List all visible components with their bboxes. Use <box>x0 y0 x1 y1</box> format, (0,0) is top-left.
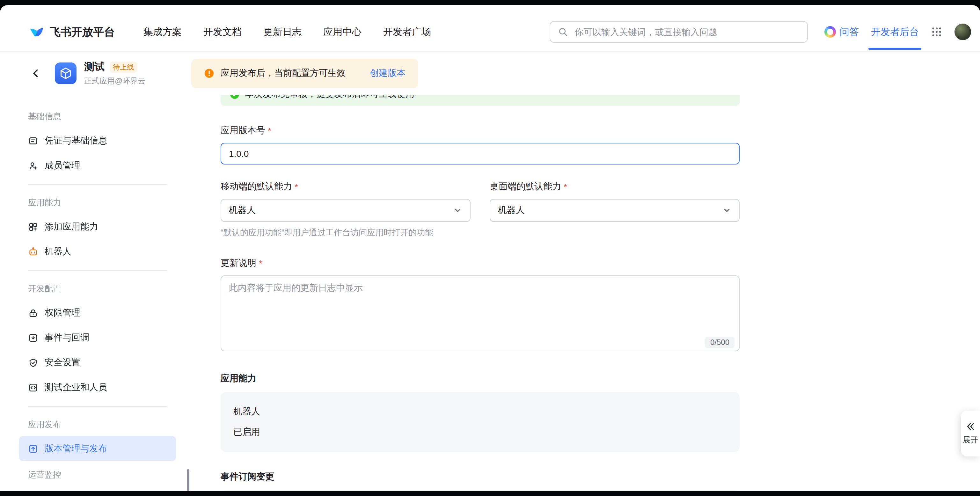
version-input[interactable] <box>221 143 740 164</box>
event-callback-icon <box>28 332 38 343</box>
main-panel: 本次发布免审核，提交发布后即可上线使用 应用版本号 * 移动端的默认能力 * <box>191 95 980 491</box>
capability-hint: “默认的应用功能”即用户通过工作台访问应用时打开的功能 <box>221 227 740 238</box>
app-window: 飞书开放平台 集成方案 开发文档 更新日志 应用中心 开发者广场 <box>0 5 980 491</box>
capability-section-title: 应用能力 <box>221 373 740 385</box>
required-mark: * <box>564 182 567 192</box>
search-icon <box>558 27 568 37</box>
sidebar-item-label: 事件与回调 <box>45 332 89 343</box>
logo-text: 飞书开放平台 <box>50 25 115 39</box>
desktop-capability-select[interactable]: 机器人 <box>490 199 740 222</box>
qa-label: 问答 <box>840 26 859 38</box>
capability-summary-box: 机器人 已启用 <box>221 392 740 452</box>
robot-icon <box>28 246 38 257</box>
browser-viewport: 飞书开放平台 集成方案 开发文档 更新日志 应用中心 开发者广场 <box>0 5 980 496</box>
qa-button[interactable]: 问答 <box>824 26 859 38</box>
sidebar-item-events-callbacks[interactable]: 事件与回调 <box>19 325 176 350</box>
sidebar-item-bot[interactable]: 机器人 <box>19 239 176 264</box>
sidebar-item-label: 版本管理与发布 <box>45 443 107 454</box>
feishu-logo[interactable]: 飞书开放平台 <box>28 24 115 40</box>
app-cube-icon <box>55 62 76 84</box>
select-value: 机器人 <box>498 205 525 216</box>
version-form: 本次发布免审核，提交发布后即可上线使用 应用版本号 * 移动端的默认能力 * <box>221 95 740 491</box>
sidebar-divider <box>28 406 167 407</box>
security-icon <box>28 357 38 367</box>
capability-name: 机器人 <box>233 406 727 418</box>
app-subtitle: 正式应用@环界云 <box>84 76 156 86</box>
sidebar-item-permissions[interactable]: 权限管理 <box>19 300 176 325</box>
required-mark: * <box>294 182 298 192</box>
nav-item-docs[interactable]: 开发文档 <box>204 26 242 38</box>
sidebar-item-label: 机器人 <box>45 246 72 257</box>
success-check-icon <box>229 95 240 99</box>
event-subscription-box <box>221 490 740 491</box>
permission-icon <box>28 308 38 318</box>
top-header: 飞书开放平台 集成方案 开发文档 更新日志 应用中心 开发者广场 <box>0 5 980 52</box>
sidebar-item-version-release[interactable]: 版本管理与发布 <box>19 436 176 461</box>
sidebar-item-security[interactable]: 安全设置 <box>19 350 176 375</box>
sidebar-divider <box>28 270 167 271</box>
sidebar-section-dev-config: 开发配置 <box>19 277 176 300</box>
apps-grid-icon[interactable] <box>931 26 942 38</box>
add-capability-icon <box>28 221 38 232</box>
tab-developer-console[interactable]: 开发者后台 <box>871 26 919 38</box>
sidebar-item-label: 添加应用能力 <box>45 221 98 232</box>
select-value: 机器人 <box>229 205 256 216</box>
nav-item-dev-marketplace[interactable]: 开发者广场 <box>383 26 431 38</box>
chevron-down-icon <box>453 206 462 215</box>
sidebar-section-release: 应用发布 <box>19 413 176 436</box>
sidebar-item-credentials[interactable]: 凭证与基础信息 <box>19 128 176 153</box>
sidebar-item-label: 凭证与基础信息 <box>45 135 107 146</box>
status-badge: 待上线 <box>110 62 137 72</box>
search-input[interactable] <box>573 26 800 38</box>
sidebar-scrollbar-thumb[interactable] <box>187 469 189 491</box>
credential-icon <box>28 135 38 146</box>
warning-icon <box>204 68 214 78</box>
sidebar-item-members[interactable]: 成员管理 <box>19 153 176 178</box>
expand-label: 展开 <box>963 434 978 445</box>
review-free-banner: 本次发布免审核，提交发布后即可上线使用 <box>221 95 740 106</box>
content-area: 基础信息 凭证与基础信息 <box>0 95 980 491</box>
sidebar-section-operations: 运营监控 <box>19 464 176 486</box>
nav-item-changelog[interactable]: 更新日志 <box>263 26 302 38</box>
sidebar-section-capabilities: 应用能力 <box>19 191 176 214</box>
app-name: 测试 <box>84 60 105 74</box>
expand-panel-button[interactable]: 展开 <box>961 410 980 456</box>
event-section-title: 事件订阅变更 <box>221 471 740 483</box>
char-counter: 0/500 <box>705 337 735 348</box>
primary-nav: 集成方案 开发文档 更新日志 应用中心 开发者广场 <box>143 26 431 38</box>
version-field-label: 应用版本号 * <box>221 125 740 137</box>
mobile-capability-select[interactable]: 机器人 <box>221 199 471 222</box>
sidebar: 基础信息 凭证与基础信息 <box>0 95 191 491</box>
update-notes-label: 更新说明 * <box>221 258 740 269</box>
feishu-logo-icon <box>28 24 45 40</box>
publish-notice-banner: 应用发布后，当前配置方可生效 创建版本 <box>191 59 418 88</box>
avatar[interactable] <box>955 24 971 40</box>
version-release-icon <box>28 444 38 454</box>
sidebar-item-label: 安全设置 <box>45 357 80 368</box>
back-chevron-icon[interactable] <box>30 68 41 78</box>
sidebar-item-add-capability[interactable]: 添加应用能力 <box>19 214 176 239</box>
nav-item-app-center[interactable]: 应用中心 <box>323 26 361 38</box>
banner-text: 本次发布免审核，提交发布后即可上线使用 <box>245 95 414 100</box>
header-right-cluster: 问答 开发者后台 <box>824 24 971 40</box>
chevron-down-icon <box>722 206 731 215</box>
sidebar-section-basic-info: 基础信息 <box>19 105 176 128</box>
sidebar-item-label: 权限管理 <box>45 307 80 318</box>
members-icon <box>28 161 38 170</box>
create-version-link[interactable]: 创建版本 <box>370 68 406 79</box>
global-search[interactable] <box>550 21 808 43</box>
mobile-capability-label: 移动端的默认能力 * <box>221 181 471 192</box>
collapse-double-chevron-icon <box>966 422 975 431</box>
qa-colorwheel-icon <box>824 26 836 38</box>
sidebar-item-label: 成员管理 <box>45 160 80 171</box>
test-org-icon <box>28 382 38 393</box>
sidebar-divider <box>28 184 167 185</box>
update-notes-textarea[interactable] <box>221 275 740 351</box>
desktop-capability-label: 桌面端的默认能力 * <box>490 181 740 192</box>
required-mark: * <box>259 258 262 269</box>
required-mark: * <box>268 126 271 136</box>
notice-text: 应用发布后，当前配置方可生效 <box>221 68 345 79</box>
app-context-bar: 测试 待上线 正式应用@环界云 应用发布后，当前配置方可生效 创建版本 <box>0 52 980 95</box>
sidebar-item-test-org[interactable]: 测试企业和人员 <box>19 375 176 400</box>
nav-item-integrations[interactable]: 集成方案 <box>143 26 182 38</box>
